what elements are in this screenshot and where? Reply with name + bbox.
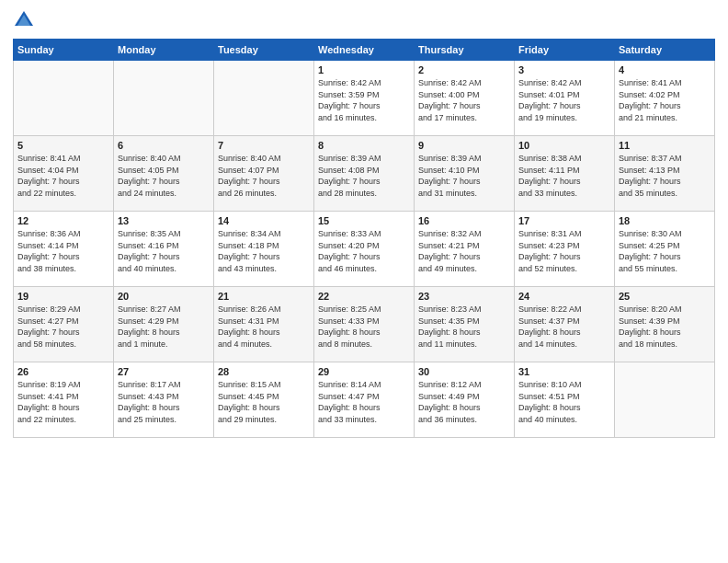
calendar-cell: 30Sunrise: 8:12 AMSunset: 4:49 PMDayligh… xyxy=(415,362,515,438)
cell-content: Sunset: 4:04 PM xyxy=(17,165,109,177)
calendar-cell: 23Sunrise: 8:23 AMSunset: 4:35 PMDayligh… xyxy=(415,287,515,362)
day-number: 23 xyxy=(418,291,510,302)
cell-content: and 55 minutes. xyxy=(619,263,711,275)
cell-content: Sunset: 4:00 PM xyxy=(418,89,510,101)
calendar-cell: 13Sunrise: 8:35 AMSunset: 4:16 PMDayligh… xyxy=(114,212,214,287)
cell-content: and 24 minutes. xyxy=(118,188,210,200)
cell-content: Sunset: 4:27 PM xyxy=(17,316,109,327)
day-number: 18 xyxy=(619,215,711,226)
header-day-saturday: Saturday xyxy=(615,40,715,61)
cell-content: Sunset: 4:49 PM xyxy=(418,391,510,403)
calendar-cell: 3Sunrise: 8:42 AMSunset: 4:01 PMDaylight… xyxy=(515,61,615,136)
cell-content: Daylight: 7 hours xyxy=(318,100,410,112)
calendar-cell: 2Sunrise: 8:42 AMSunset: 4:00 PMDaylight… xyxy=(415,61,515,136)
cell-content: Sunrise: 8:41 AM xyxy=(619,77,711,89)
cell-content: Daylight: 7 hours xyxy=(118,251,210,263)
cell-content: Daylight: 7 hours xyxy=(17,327,109,339)
calendar-cell: 27Sunrise: 8:17 AMSunset: 4:43 PMDayligh… xyxy=(114,362,214,438)
cell-content: Daylight: 8 hours xyxy=(518,327,610,339)
cell-content: Sunset: 4:14 PM xyxy=(17,240,109,252)
cell-content: Sunrise: 8:26 AM xyxy=(218,304,310,316)
cell-content: and 36 minutes. xyxy=(418,414,510,426)
calendar-header-row: SundayMondayTuesdayWednesdayThursdayFrid… xyxy=(14,40,715,61)
calendar-cell: 12Sunrise: 8:36 AMSunset: 4:14 PMDayligh… xyxy=(14,212,114,287)
day-number: 7 xyxy=(218,140,310,151)
cell-content: and 40 minutes. xyxy=(118,263,210,275)
cell-content: Daylight: 7 hours xyxy=(418,100,510,112)
cell-content: Sunset: 4:25 PM xyxy=(619,240,711,252)
calendar-cell: 7Sunrise: 8:40 AMSunset: 4:07 PMDaylight… xyxy=(214,136,314,212)
cell-content: Sunrise: 8:42 AM xyxy=(318,77,410,89)
cell-content: and 38 minutes. xyxy=(17,263,109,275)
cell-content: Sunset: 4:45 PM xyxy=(218,391,310,403)
cell-content: and 35 minutes. xyxy=(619,188,711,200)
calendar-cell: 14Sunrise: 8:34 AMSunset: 4:18 PMDayligh… xyxy=(214,212,314,287)
cell-content: Sunrise: 8:23 AM xyxy=(418,304,510,316)
page: SundayMondayTuesdayWednesdayThursdayFrid… xyxy=(0,0,728,563)
day-number: 17 xyxy=(518,215,610,226)
day-number: 12 xyxy=(17,215,109,226)
calendar-cell: 28Sunrise: 8:15 AMSunset: 4:45 PMDayligh… xyxy=(214,362,314,438)
cell-content: Sunset: 4:05 PM xyxy=(118,165,210,177)
cell-content: and 46 minutes. xyxy=(318,263,410,275)
cell-content: Sunrise: 8:19 AM xyxy=(17,379,109,391)
cell-content: Daylight: 8 hours xyxy=(619,327,711,339)
day-number: 9 xyxy=(418,140,510,151)
cell-content: Daylight: 7 hours xyxy=(17,176,109,188)
cell-content: and 28 minutes. xyxy=(318,188,410,200)
day-number: 5 xyxy=(17,140,109,151)
calendar-cell: 22Sunrise: 8:25 AMSunset: 4:33 PMDayligh… xyxy=(314,287,415,362)
cell-content: Sunset: 4:13 PM xyxy=(619,165,711,177)
calendar-cell: 5Sunrise: 8:41 AMSunset: 4:04 PMDaylight… xyxy=(14,136,114,212)
day-number: 21 xyxy=(218,291,310,302)
cell-content: Sunset: 4:11 PM xyxy=(518,165,610,177)
calendar-week-5: 26Sunrise: 8:19 AMSunset: 4:41 PMDayligh… xyxy=(14,362,715,438)
header-day-thursday: Thursday xyxy=(415,40,515,61)
day-number: 6 xyxy=(118,140,210,151)
cell-content: Daylight: 7 hours xyxy=(619,251,711,263)
cell-content: Sunrise: 8:33 AM xyxy=(318,228,410,240)
cell-content: Sunrise: 8:25 AM xyxy=(318,304,410,316)
cell-content: Sunset: 3:59 PM xyxy=(318,89,410,101)
day-number: 27 xyxy=(118,366,210,377)
calendar-cell: 15Sunrise: 8:33 AMSunset: 4:20 PMDayligh… xyxy=(314,212,415,287)
cell-content: Sunrise: 8:38 AM xyxy=(518,153,610,165)
cell-content: Sunset: 4:31 PM xyxy=(218,316,310,327)
cell-content: Sunrise: 8:41 AM xyxy=(17,153,109,165)
day-number: 19 xyxy=(17,291,109,302)
calendar-cell: 26Sunrise: 8:19 AMSunset: 4:41 PMDayligh… xyxy=(14,362,114,438)
day-number: 30 xyxy=(418,366,510,377)
calendar-cell: 18Sunrise: 8:30 AMSunset: 4:25 PMDayligh… xyxy=(615,212,715,287)
cell-content: Sunrise: 8:32 AM xyxy=(418,228,510,240)
cell-content: Sunrise: 8:29 AM xyxy=(17,304,109,316)
day-number: 28 xyxy=(218,366,310,377)
cell-content: Sunset: 4:47 PM xyxy=(318,391,410,403)
cell-content: and 33 minutes. xyxy=(318,414,410,426)
cell-content: Sunrise: 8:17 AM xyxy=(118,379,210,391)
cell-content: Sunset: 4:01 PM xyxy=(518,89,610,101)
calendar-cell xyxy=(615,362,715,438)
calendar-cell xyxy=(14,61,114,136)
cell-content: and 31 minutes. xyxy=(418,188,510,200)
cell-content: Sunset: 4:39 PM xyxy=(619,316,711,327)
calendar-week-3: 12Sunrise: 8:36 AMSunset: 4:14 PMDayligh… xyxy=(14,212,715,287)
cell-content: Sunrise: 8:34 AM xyxy=(218,228,310,240)
cell-content: Daylight: 7 hours xyxy=(218,251,310,263)
cell-content: Sunset: 4:10 PM xyxy=(418,165,510,177)
cell-content: Daylight: 7 hours xyxy=(418,176,510,188)
cell-content: Sunset: 4:20 PM xyxy=(318,240,410,252)
cell-content: Daylight: 8 hours xyxy=(118,327,210,339)
cell-content: and 16 minutes. xyxy=(318,112,410,124)
calendar-cell: 11Sunrise: 8:37 AMSunset: 4:13 PMDayligh… xyxy=(615,136,715,212)
cell-content: Daylight: 8 hours xyxy=(318,402,410,414)
cell-content: and 21 minutes. xyxy=(619,112,711,124)
cell-content: Daylight: 7 hours xyxy=(218,176,310,188)
day-number: 16 xyxy=(418,215,510,226)
cell-content: and 58 minutes. xyxy=(17,339,109,350)
day-number: 13 xyxy=(118,215,210,226)
cell-content: Daylight: 7 hours xyxy=(318,176,410,188)
cell-content: and 43 minutes. xyxy=(218,263,310,275)
header-day-sunday: Sunday xyxy=(14,40,114,61)
header-day-wednesday: Wednesday xyxy=(314,40,415,61)
calendar-cell: 21Sunrise: 8:26 AMSunset: 4:31 PMDayligh… xyxy=(214,287,314,362)
